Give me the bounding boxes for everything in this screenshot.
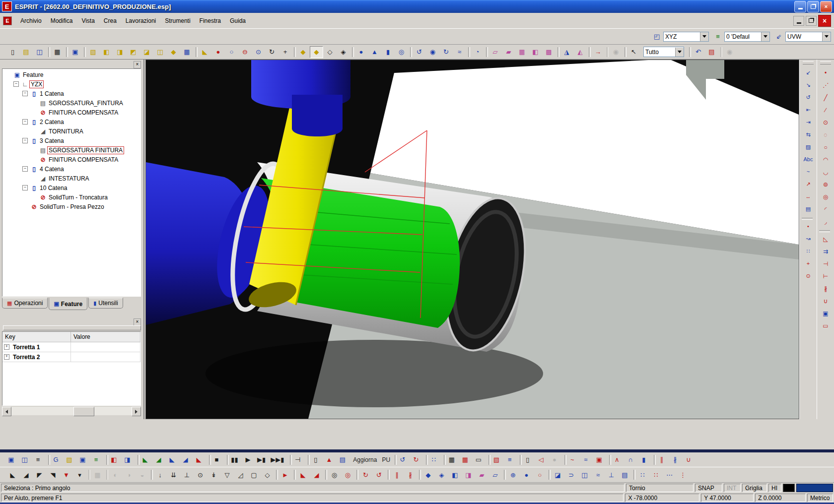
sweep-surface-icon[interactable]: ▰ [502, 46, 515, 58]
spline-frame-icon[interactable]: ▣ [594, 454, 607, 466]
tree-item[interactable]: FINITURA COMPENSATA [2, 155, 140, 164]
chamfer-drilling-icon[interactable]: ◿ [234, 469, 247, 481]
property-panel-close-button[interactable]: × [134, 318, 141, 326]
add-point-icon[interactable]: + [800, 257, 816, 270]
save-simulation-icon[interactable]: ◫ [19, 454, 33, 466]
menu-item[interactable]: Strumenti [160, 15, 195, 26]
stock-tray-icon[interactable]: ▭ [473, 454, 486, 466]
disabled-table-icon[interactable]: ▦ [91, 469, 104, 481]
sync-join-icon[interactable]: ∪ [683, 454, 696, 466]
selection-filter-combo[interactable]: Tutto [643, 47, 684, 57]
view-four-windows-icon[interactable]: ▦ [180, 46, 194, 58]
expander-icon[interactable]: − [22, 166, 28, 172]
select-cursor-icon[interactable]: ↖ [627, 46, 640, 58]
pick-tool-2-icon[interactable]: ◢ [310, 469, 323, 481]
view-back-icon[interactable]: ◨ [113, 46, 127, 58]
open-file-icon[interactable]: ▤ [19, 46, 33, 58]
surface-flowline-icon[interactable]: ◧ [448, 469, 462, 481]
restore-button[interactable] [807, 1, 819, 12]
shade-hidden-icon[interactable]: ◈ [337, 46, 350, 58]
corner-fillet-icon[interactable]: ◞ [818, 215, 834, 228]
close-button[interactable]: × [820, 1, 832, 12]
macro-loop-x-icon[interactable]: ↻ [411, 454, 424, 466]
edit-node-icon[interactable]: ▣ [818, 307, 834, 319]
column-header-value[interactable]: Valore [71, 332, 140, 342]
surface-tool-icon[interactable]: ◔ [471, 46, 484, 58]
circle-center-icon[interactable]: ⊙ [818, 116, 834, 128]
Operazioni[interactable]: Operazioni [2, 298, 48, 309]
text-icon[interactable]: Abc [800, 153, 816, 166]
mdi-restore-button[interactable] [806, 16, 817, 26]
menu-item[interactable]: Archivio [16, 15, 46, 26]
simulation-report-icon[interactable]: ◨ [122, 454, 136, 466]
balanced-rough-icon[interactable]: ≈ [591, 469, 605, 481]
turret-sync-icon[interactable]: ◪ [551, 469, 564, 481]
pattern-add-icon[interactable]: ∷ [636, 469, 649, 481]
thread-lines-icon[interactable]: ∥ [390, 469, 404, 481]
view-isometric-icon[interactable]: ▧ [86, 46, 100, 58]
scroll-left-button[interactable] [2, 407, 11, 416]
menu-item[interactable]: Crea [99, 15, 121, 26]
disabled-op-icon[interactable]: ● [549, 454, 562, 466]
angle-dimension-icon[interactable]: ↺ [800, 91, 816, 104]
scrollbar-thumb[interactable] [73, 407, 94, 416]
stop-at-position-icon[interactable]: G [51, 454, 64, 466]
tree-item[interactable]: − YZX [2, 79, 140, 89]
new-file-icon[interactable]: ▯ [6, 46, 19, 58]
sim-play-icon[interactable]: ▶ [243, 454, 256, 466]
stop-record-icon[interactable]: ◉ [609, 46, 623, 58]
compare-stock-icon[interactable]: ◧ [109, 454, 122, 466]
offset-icon[interactable]: ⇉ [818, 245, 834, 257]
sync-lines-2-icon[interactable]: ∦ [670, 454, 683, 466]
surface-project-icon[interactable]: ▱ [488, 469, 502, 481]
cutoff-icon[interactable]: ▾ [73, 469, 86, 481]
expander-icon[interactable]: − [22, 185, 28, 190]
uvw-combo[interactable]: UVW [785, 32, 831, 42]
surface-finish-icon[interactable]: ◈ [435, 469, 448, 481]
tool-display-collision-icon[interactable]: ◣ [194, 454, 207, 466]
tree-item[interactable]: − 4 Catena [2, 164, 140, 174]
menu-item[interactable]: Guida [225, 15, 250, 26]
pick-tool-icon[interactable]: ◣ [296, 469, 310, 481]
tapping-icon[interactable]: ⊥ [180, 469, 194, 481]
pu-label[interactable]: PU [379, 454, 393, 466]
grid-toggle[interactable]: Griglia [742, 484, 767, 492]
point-line-icon[interactable]: ⋰ [818, 79, 834, 91]
record-icon[interactable]: ◉ [723, 46, 736, 58]
tree-item[interactable]: SGROSSATURA_FINTURA [2, 98, 140, 108]
scroll-right-button[interactable] [132, 407, 141, 416]
move-part-icon[interactable]: ⊕ [506, 469, 520, 481]
loft-surface-icon[interactable]: ▱ [488, 46, 502, 58]
sim-to-end-icon[interactable]: ▶▶▮ [270, 454, 288, 466]
new-document-icon[interactable]: ▯ [522, 454, 536, 466]
property-row[interactable]: + Torretta 2 [2, 352, 140, 362]
tree-item[interactable]: Feature [2, 70, 140, 79]
redraw-icon[interactable]: ◣ [198, 46, 211, 58]
surface-blend-icon[interactable]: ▰ [475, 469, 488, 481]
vertical-dimension-icon[interactable]: ⇥ [800, 116, 816, 128]
circle-radius-icon[interactable]: ⊚ [818, 178, 834, 190]
tool-display-solid-icon[interactable]: ◣ [140, 454, 153, 466]
print-icon[interactable]: ▦ [51, 46, 64, 58]
solid-cylinder-icon[interactable]: ▮ [381, 46, 395, 58]
zoom-out-icon[interactable]: ⊖ [238, 46, 252, 58]
solid-cone-icon[interactable]: ▲ [368, 46, 381, 58]
macro-loop-icon[interactable]: ↺ [397, 454, 411, 466]
arc-3pt-icon[interactable]: ◡ [818, 166, 834, 178]
arrow-flag-icon[interactable]: ► [278, 469, 292, 481]
property-row[interactable]: + Torretta 1 [2, 342, 140, 352]
point-coordinate-icon[interactable]: ↗ [800, 178, 816, 190]
toolbar-grip[interactable] [820, 61, 831, 64]
solid-sphere-icon[interactable]: ● [354, 46, 368, 58]
od-turning-icon[interactable]: ◢ [19, 469, 33, 481]
save-file-icon[interactable]: ◫ [33, 46, 46, 58]
postprocess-icon[interactable]: ◁ [536, 454, 549, 466]
net-surface-icon[interactable]: ▦ [515, 46, 529, 58]
zoom-window-icon[interactable]: ● [211, 46, 225, 58]
uvw-dropdown-button[interactable] [822, 32, 831, 41]
project-icon[interactable]: ◉ [426, 46, 439, 58]
zoom-previous-icon[interactable]: ⊙ [252, 46, 265, 58]
expander-icon[interactable]: − [22, 138, 28, 143]
pocketing-icon[interactable]: ▢ [247, 469, 261, 481]
workplane-dropdown-button[interactable] [700, 32, 708, 41]
